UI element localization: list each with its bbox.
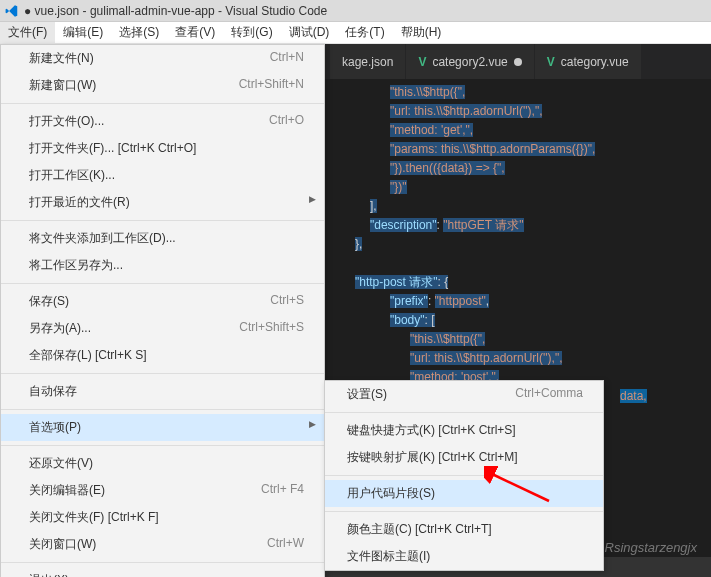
menu-save-as[interactable]: 另存为(A)...Ctrl+Shift+S [1,315,324,342]
menu-save-workspace[interactable]: 将工作区另存为... [1,252,324,279]
menu-new-file[interactable]: 新建文件(N)Ctrl+N [1,45,324,72]
tab-kage-json[interactable]: kage.json [330,44,405,79]
submenu-keymap[interactable]: 按键映射扩展(K) [Ctrl+K Ctrl+M] [325,444,603,471]
menu-view[interactable]: 查看(V) [167,22,223,43]
menu-open-folder[interactable]: 打开文件夹(F)... [Ctrl+K Ctrl+O] [1,135,324,162]
vscode-logo-icon [4,3,20,19]
dirty-dot-icon [514,58,522,66]
menu-exit[interactable]: 退出(X) [1,567,324,577]
menu-save[interactable]: 保存(S)Ctrl+S [1,288,324,315]
menu-select[interactable]: 选择(S) [111,22,167,43]
preferences-submenu: 设置(S)Ctrl+Comma 键盘快捷方式(K) [Ctrl+K Ctrl+S… [324,380,604,571]
submenu-icon-theme[interactable]: 文件图标主题(I) [325,543,603,570]
menu-new-window[interactable]: 新建窗口(W)Ctrl+Shift+N [1,72,324,99]
vue-icon: V [418,55,426,69]
menu-help[interactable]: 帮助(H) [393,22,450,43]
window-title: ● vue.json - gulimall-admin-vue-app - Vi… [24,4,327,18]
menu-bar: 文件(F) 编辑(E) 选择(S) 查看(V) 转到(G) 调试(D) 任务(T… [0,22,711,44]
menu-close-window[interactable]: 关闭窗口(W)Ctrl+W [1,531,324,558]
tab-category2-vue[interactable]: V category2.vue [406,44,533,79]
file-menu-dropdown: 新建文件(N)Ctrl+N 新建窗口(W)Ctrl+Shift+N 打开文件(O… [0,44,325,577]
menu-autosave[interactable]: 自动保存 [1,378,324,405]
menu-revert[interactable]: 还原文件(V) [1,450,324,477]
menu-open-file[interactable]: 打开文件(O)...Ctrl+O [1,108,324,135]
menu-separator [325,475,603,476]
title-bar: ● vue.json - gulimall-admin-vue-app - Vi… [0,0,711,22]
menu-separator [1,103,324,104]
menu-separator [325,511,603,512]
submenu-user-snippets[interactable]: 用户代码片段(S) [325,480,603,507]
menu-separator [1,562,324,563]
submenu-color-theme[interactable]: 颜色主题(C) [Ctrl+K Ctrl+T] [325,516,603,543]
menu-edit[interactable]: 编辑(E) [55,22,111,43]
menu-add-folder[interactable]: 将文件夹添加到工作区(D)... [1,225,324,252]
tab-label: kage.json [342,55,393,69]
menu-debug[interactable]: 调试(D) [281,22,338,43]
submenu-settings[interactable]: 设置(S)Ctrl+Comma [325,381,603,408]
menu-separator [1,283,324,284]
vue-icon: V [547,55,555,69]
menu-separator [1,445,324,446]
tab-label: category.vue [561,55,629,69]
menu-separator [1,409,324,410]
menu-separator [1,373,324,374]
menu-separator [325,412,603,413]
menu-close-folder[interactable]: 关闭文件夹(F) [Ctrl+K F] [1,504,324,531]
menu-file[interactable]: 文件(F) [0,22,55,43]
tab-category-vue[interactable]: V category.vue [535,44,641,79]
menu-goto[interactable]: 转到(G) [223,22,280,43]
menu-save-all[interactable]: 全部保存(L) [Ctrl+K S] [1,342,324,369]
menu-separator [1,220,324,221]
tab-label: category2.vue [432,55,507,69]
menu-open-workspace[interactable]: 打开工作区(K)... [1,162,324,189]
submenu-keyboard[interactable]: 键盘快捷方式(K) [Ctrl+K Ctrl+S] [325,417,603,444]
menu-task[interactable]: 任务(T) [337,22,392,43]
menu-open-recent[interactable]: 打开最近的文件(R) [1,189,324,216]
menu-preferences[interactable]: 首选项(P) [1,414,324,441]
menu-close-editor[interactable]: 关闭编辑器(E)Ctrl+ F4 [1,477,324,504]
